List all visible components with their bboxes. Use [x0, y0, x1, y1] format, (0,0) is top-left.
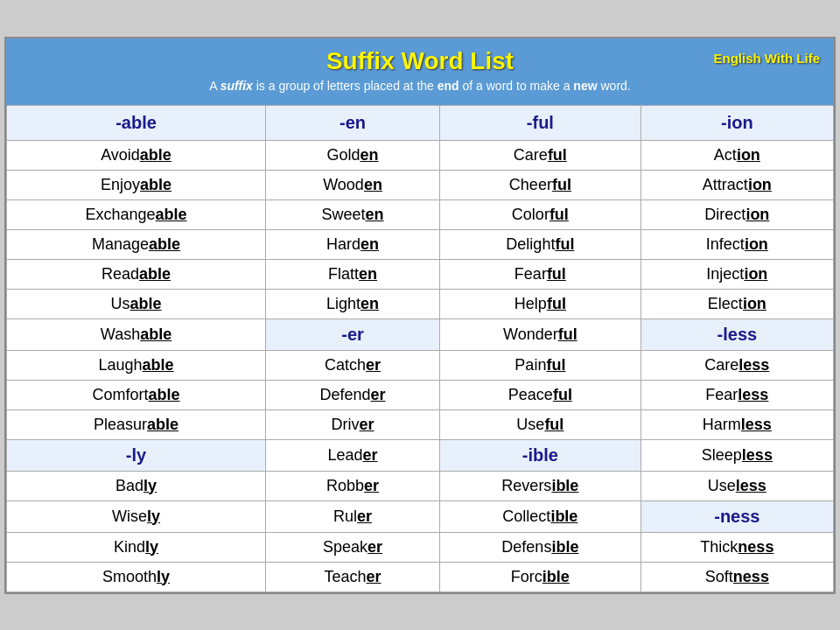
word-cell: Ruler	[266, 500, 440, 532]
word-cell: Action	[640, 140, 833, 170]
word-cell: Softness	[640, 562, 833, 592]
word-cell: Sleepless	[640, 439, 833, 471]
word-cell: Defender	[266, 380, 440, 410]
word-cell: Colorful	[440, 200, 641, 229]
word-cell: Cheerful	[440, 170, 641, 200]
word-table: -able-en-ful-ionAvoidableGoldenCarefulAc…	[6, 105, 834, 592]
word-cell: Painful	[440, 350, 641, 380]
word-cell: Lighten	[266, 289, 440, 318]
word-cell: Election	[640, 289, 833, 318]
word-cell: Teacher	[266, 562, 440, 592]
word-cell: Exchangeable	[7, 200, 266, 229]
word-cell: Flatten	[266, 259, 440, 289]
word-cell: Harden	[266, 229, 440, 259]
page-title: Suffix Word List	[20, 47, 820, 75]
word-cell: Peaceful	[440, 380, 641, 410]
word-cell: Comfortable	[7, 380, 266, 410]
word-cell: Infection	[640, 229, 833, 259]
column-header: -ful	[440, 105, 641, 140]
word-cell: Washable	[7, 318, 266, 350]
word-cell: Golden	[266, 140, 440, 170]
word-cell: Kindly	[7, 532, 266, 562]
word-cell: Manageable	[7, 229, 266, 259]
word-cell: Careless	[640, 350, 833, 380]
word-cell: Sweeten	[266, 200, 440, 229]
word-cell: Wisely	[7, 500, 266, 532]
word-cell: Laughable	[7, 350, 266, 380]
word-cell: Smoothly	[7, 562, 266, 592]
word-cell: Collectible	[440, 500, 641, 532]
word-cell: Forcible	[440, 562, 641, 592]
word-cell: Helpful	[440, 289, 641, 318]
word-cell: Delightful	[440, 229, 641, 259]
word-cell: Useful	[440, 410, 641, 439]
word-cell: Avoidable	[7, 140, 266, 170]
word-cell: Useless	[640, 471, 833, 500]
word-cell: Fearless	[640, 380, 833, 410]
word-cell: Reversible	[440, 471, 641, 500]
subtitle: A suffix is a group of letters placed at…	[20, 79, 820, 93]
column-header: -ion	[640, 105, 833, 140]
word-cell: Badly	[7, 471, 266, 500]
column-header: -able	[7, 105, 266, 140]
word-cell: Enjoyable	[7, 170, 266, 200]
word-cell: Thickness	[640, 532, 833, 562]
word-cell: Pleasurable	[7, 410, 266, 439]
word-cell: Catcher	[266, 350, 440, 380]
word-cell: Usable	[7, 289, 266, 318]
word-cell: -ly	[7, 439, 266, 471]
header: Suffix Word List A suffix is a group of …	[6, 38, 834, 105]
word-cell: Attraction	[640, 170, 833, 200]
word-cell: Driver	[266, 410, 440, 439]
word-cell: Wonderful	[440, 318, 641, 350]
word-cell: -er	[266, 318, 440, 350]
word-cell: Injection	[640, 259, 833, 289]
main-container: Suffix Word List A suffix is a group of …	[4, 37, 836, 594]
word-cell: Direction	[640, 200, 833, 229]
word-cell: Robber	[266, 471, 440, 500]
word-cell: Defensible	[440, 532, 641, 562]
word-cell: -ible	[440, 439, 641, 471]
word-cell: Harmless	[640, 410, 833, 439]
word-cell: Wooden	[266, 170, 440, 200]
word-cell: Readable	[7, 259, 266, 289]
column-header: -en	[266, 105, 440, 140]
word-cell: Fearful	[440, 259, 641, 289]
word-cell: Careful	[440, 140, 641, 170]
brand-label: English With Life	[713, 51, 820, 66]
word-cell: Speaker	[266, 532, 440, 562]
word-cell: Leader	[266, 439, 440, 471]
word-cell: -ness	[640, 500, 833, 532]
word-cell: -less	[640, 318, 833, 350]
